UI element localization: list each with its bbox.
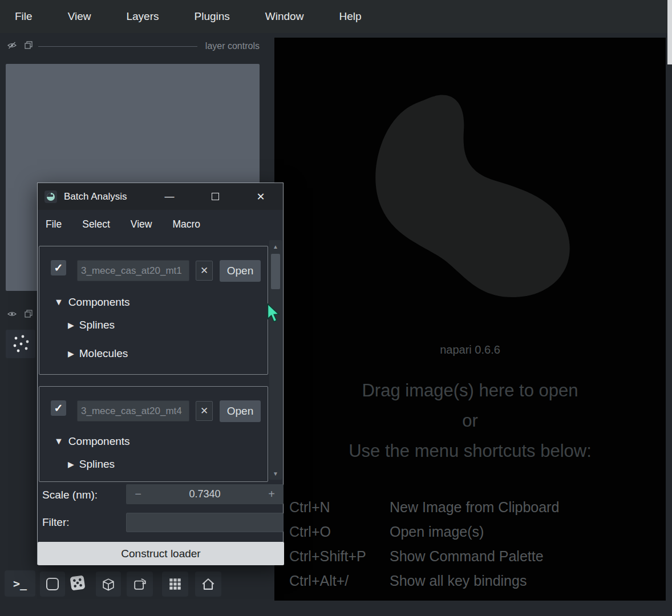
construct-group-2: ✓ ✕ Open ▼ Components ▶ Splines	[39, 386, 268, 482]
drop-hints: Drag image(s) here to open or Use the me…	[274, 375, 666, 466]
shortcut-keys: Ctrl+N	[289, 499, 390, 516]
home-icon	[200, 576, 217, 593]
chevron-right-icon[interactable]: ▶	[68, 349, 74, 358]
menu-window[interactable]: Window	[265, 10, 304, 23]
shortcut-row: Ctrl+N New Image from Clipboard	[289, 495, 559, 520]
menu-plugins[interactable]: Plugins	[195, 10, 230, 23]
dice-button[interactable]	[64, 569, 91, 597]
dialog-menubar: File Select View Macro	[38, 210, 283, 238]
chevron-down-icon[interactable]: ▼	[54, 436, 63, 447]
transpose-icon	[131, 576, 148, 593]
shortcut-keys: Ctrl+Shift+P	[289, 548, 390, 565]
dialog-menu-macro[interactable]: Macro	[172, 218, 200, 230]
header-divider	[38, 46, 197, 47]
dice-icon	[68, 573, 87, 593]
filter-label: Filter:	[42, 516, 70, 529]
chevron-down-icon[interactable]: ▼	[54, 297, 63, 307]
minimize-button[interactable]: —	[157, 183, 181, 210]
ndisplay-toggle-button[interactable]	[40, 572, 65, 597]
tree-label: Components	[68, 296, 130, 309]
dialog-menu-view[interactable]: View	[131, 218, 152, 230]
tree-item-splines[interactable]: ▶ Splines	[68, 317, 115, 333]
layer-controls-header: layer controls	[7, 40, 260, 52]
points-layer-thumbnail[interactable]	[6, 330, 35, 358]
tree-item-molecules[interactable]: ▶ Molecules	[68, 346, 128, 362]
tree-item-components[interactable]: ▼ Components	[54, 294, 130, 310]
shortcut-action: Show all key bindings	[390, 573, 527, 589]
menu-view[interactable]: View	[68, 10, 91, 23]
window-edge-scrollbar	[667, 0, 672, 64]
dialog-menu-file[interactable]: File	[46, 218, 62, 230]
hint-line-3: Use the menu shortcuts below:	[274, 436, 666, 466]
construct-name-input[interactable]	[77, 260, 189, 281]
roll-dimensions-button[interactable]	[96, 572, 121, 597]
construct-name-input[interactable]	[77, 400, 189, 422]
shortcut-row: Ctrl+Alt+/ Show all key bindings	[289, 569, 559, 593]
batch-analysis-dialog: Batch Analysis — ✕ File Select View Macr…	[37, 183, 284, 565]
tree-label: Splines	[79, 319, 115, 331]
menu-help[interactable]: Help	[339, 10, 361, 23]
shortcut-list: Ctrl+N New Image from Clipboard Ctrl+O O…	[289, 495, 559, 593]
remove-construct-button[interactable]: ✕	[196, 261, 213, 281]
shortcut-action: New Image from Clipboard	[390, 499, 559, 516]
duplicate-icon[interactable]	[25, 310, 33, 320]
cube-icon	[100, 576, 117, 593]
tree-item-components[interactable]: ▼ Components	[54, 433, 130, 449]
app-icon	[44, 191, 57, 203]
eye-slash-icon[interactable]	[7, 41, 17, 51]
close-button[interactable]: ✕	[249, 183, 273, 210]
scale-spinbox: − +	[126, 484, 284, 504]
shortcut-keys: Ctrl+O	[289, 524, 390, 540]
shortcut-action: Show Command Palette	[390, 548, 544, 565]
tree-label: Components	[68, 435, 130, 448]
tree-label: Splines	[79, 458, 115, 471]
console-toggle-button[interactable]: >_	[5, 570, 35, 597]
dialog-menu-select[interactable]: Select	[82, 218, 110, 230]
hint-line-1: Drag image(s) here to open	[274, 375, 666, 406]
construct-checkbox[interactable]: ✓	[51, 260, 66, 275]
maximize-icon	[212, 193, 219, 200]
shortcut-keys: Ctrl+Alt+/	[289, 573, 390, 589]
menu-layers[interactable]: Layers	[126, 10, 159, 23]
spin-plus-button[interactable]: +	[260, 488, 284, 501]
scrollbar-handle[interactable]	[271, 254, 280, 289]
hint-line-2: or	[274, 406, 666, 436]
shortcut-row: Ctrl+Shift+P Show Command Palette	[289, 544, 559, 569]
napari-version: napari 0.6.6	[274, 343, 666, 356]
transpose-dimensions-button[interactable]	[127, 572, 153, 597]
layer-list-header	[7, 310, 33, 320]
construct-checkbox[interactable]: ✓	[51, 400, 66, 416]
filter-input[interactable]	[126, 513, 284, 532]
image-blob	[360, 86, 588, 320]
open-button[interactable]: Open	[220, 400, 261, 422]
remove-construct-button[interactable]: ✕	[196, 401, 213, 421]
scale-value-input[interactable]	[150, 488, 260, 500]
construct-loader-button[interactable]: Construct loader	[38, 542, 284, 565]
tree-label: Molecules	[79, 347, 128, 360]
maximize-button[interactable]	[203, 183, 227, 210]
dialog-scrollbar[interactable]: ▲ ▼	[269, 240, 282, 480]
cursor	[266, 303, 281, 326]
main-menubar: File View Layers Plugins Window Help	[0, 0, 672, 33]
viewer-canvas[interactable]: napari 0.6.6 Drag image(s) here to open …	[274, 38, 666, 601]
tree-item-splines[interactable]: ▶ Splines	[68, 456, 115, 472]
open-button[interactable]: Open	[220, 260, 261, 282]
scroll-up-arrow[interactable]: ▲	[269, 241, 282, 252]
dialog-titlebar[interactable]: Batch Analysis — ✕	[38, 183, 283, 210]
menu-file[interactable]: File	[15, 10, 33, 23]
grid-mode-button[interactable]	[162, 572, 188, 597]
scroll-down-arrow[interactable]: ▼	[269, 468, 282, 479]
duplicate-icon[interactable]	[25, 41, 33, 51]
shortcut-row: Ctrl+O Open image(s)	[289, 520, 559, 544]
square-icon	[45, 577, 60, 591]
eye-icon[interactable]	[7, 310, 17, 320]
chevron-right-icon[interactable]: ▶	[68, 460, 74, 469]
napari-window: File View Layers Plugins Window Help lay…	[0, 0, 672, 616]
chevron-right-icon[interactable]: ▶	[68, 321, 74, 330]
scale-label: Scale (nm):	[42, 489, 98, 501]
points-icon	[8, 332, 33, 356]
grid-icon	[167, 576, 184, 593]
home-reset-view-button[interactable]	[195, 572, 221, 597]
spin-minus-button[interactable]: −	[126, 488, 150, 501]
construct-group-1: ✓ ✕ Open ▼ Components ▶ Splines ▶ Molecu…	[39, 246, 268, 375]
